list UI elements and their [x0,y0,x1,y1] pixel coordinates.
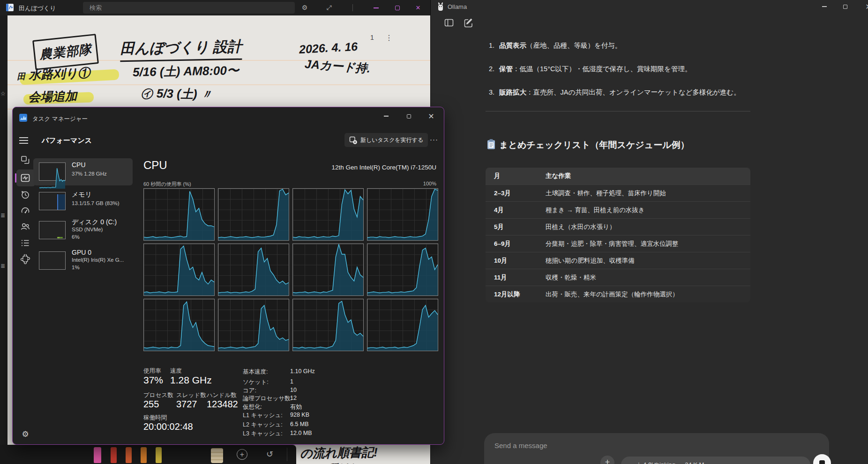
sidebar-processes-icon[interactable] [20,155,30,165]
cpu-chip-name: 12th Gen Intel(R) Core(TM) i7-1250U [331,164,436,171]
note-app-title: 田んぼづくり [19,4,56,13]
metric-disk[interactable]: ディスク 0 (C:) SSD (NVMe) 6% [33,215,133,244]
rail-list-icon[interactable]: ≣ [0,212,5,219]
sidebar-details-icon[interactable] [20,238,30,248]
metric-memory[interactable]: メモリ 13.1/15.7 GB (83%) [33,188,133,214]
core-chart [218,188,289,241]
task-manager-window: タスク マネージャー ✕ パフォーマンス 新しいタスクを実行する ··· [12,107,444,445]
pen-red[interactable] [111,447,117,463]
note-app-icon [6,3,14,12]
model-selector-pill[interactable]: …=i=4.9' thinking … 24 K M… [621,457,810,464]
ruled-line [7,84,430,85]
run-new-task-button[interactable]: 新しいタスクを実行する [344,133,428,147]
sidebar-toggle-icon[interactable] [444,18,454,28]
send-stop-button[interactable] [813,454,831,464]
core-chart [143,188,215,241]
core-chart [292,299,364,351]
sidebar-services-icon[interactable] [20,254,30,265]
list-item-3: 3.販路拡大：直売所、JAの共同出荷、オンラインマーケットなど多様化が進む。 [489,88,741,97]
schedule-table: 月 主な作業 2–3月土壌調査・耕作、種子処理、苗床作り開始 4月種まき → 育… [486,168,750,302]
sidebar-users-icon[interactable] [20,221,30,232]
handwriting-bottom: の流れ順書記! [300,444,378,462]
core-chart [218,299,289,351]
table-row: 5月田植え（水田の水張り） [486,218,750,235]
stop-icon [819,460,825,464]
handwriting-bottom-2: （2種は） [309,460,361,464]
pen-pink[interactable] [94,447,101,463]
note-left-rail: ☆ ≣ ≣ [0,15,7,464]
message-input[interactable]: Send a message + …=i=4.9' thinking … 24 … [484,433,829,464]
tm-close-button[interactable]: ✕ [420,108,442,124]
sidebar-app-history-icon[interactable] [20,190,30,200]
new-chat-icon[interactable] [464,18,474,28]
ollama-window: Ollama ✕ 1.品質表示（産地、品種、等級）を付与。 2.保管：低温（15… [430,0,868,464]
metric-cpu[interactable]: CPU 37% 1.28 GHz [33,158,133,185]
cpu-heading: CPU [143,159,167,172]
handwriting-date: 2026. 4. 16 [299,40,358,57]
note-maximize-button[interactable] [387,0,408,15]
core-chart [367,243,438,296]
ollama-close-button[interactable]: ✕ [858,0,868,13]
task-manager-icon [19,114,27,122]
ollama-llama-icon [437,2,444,11]
ollama-maximize-button[interactable] [835,0,855,13]
chart-axis-label: 60 秒間の使用率 (%) [143,181,191,188]
favorite-star-icon[interactable]: ☆ [0,90,6,97]
ollama-minimize-button[interactable] [814,0,835,13]
sidebar-performance-icon[interactable] [20,173,30,183]
tm-minimize-button[interactable] [375,108,397,124]
note-close-button[interactable]: ✕ [407,0,429,15]
add-page-button[interactable]: + [237,449,247,460]
sidebar-accent-bar [15,173,16,183]
core-chart [292,188,364,241]
pen-yellow[interactable] [156,447,162,463]
cpu-stats-right: 基本速度:1.10 GHz ソケット:1 コア:10 論理プロセッサ数:12 仮… [243,368,346,443]
tm-more-button[interactable]: ··· [427,133,441,147]
page-number: 1 [370,34,374,41]
gpu-mini-graph [39,251,66,270]
checklist-heading: まとめチェックリスト（年間スケジュール例） [499,139,689,151]
hamburger-menu-icon[interactable] [19,137,28,144]
page-more-icon[interactable]: ⋮ [385,33,393,42]
core-chart [143,243,215,296]
sidebar-startup-apps-icon[interactable] [20,206,30,216]
disk-mini-graph [39,221,66,239]
table-row: 11月収穫・乾燥・精米 [486,269,750,286]
table-row: 10月穂揃い期の肥料追加、収穫準備 [486,252,750,269]
memory-mini-graph [39,192,66,210]
note-settings-gear-icon[interactable]: ⚙ [295,0,314,15]
note-minimize-button[interactable] [365,0,387,15]
metric-gpu[interactable]: GPU 0 Intel(R) Iris(R) Xe G... 1% [33,246,133,275]
tm-maximize-button[interactable] [398,108,419,124]
rail-list-icon-2[interactable]: ≣ [0,263,5,269]
performance-page-title: パフォーマンス [42,136,92,145]
handwriting-task1: 田 水路刈り① [16,65,90,83]
undo-icon[interactable]: ↺ [266,449,273,459]
pen-tray: + ↺ [0,445,296,464]
pen-orange[interactable] [126,447,132,463]
cpu-core-charts [143,188,438,351]
ollama-title: Ollama [448,3,467,10]
tray-divider [287,448,287,461]
table-row: 12月以降出荷・販売、来年の計画策定（輪作作物選択） [486,286,750,302]
task-manager-title: タスク マネージャー [32,115,88,123]
clipboard-icon [486,139,496,150]
attach-plus-button[interactable]: + [600,456,614,464]
sidebar-settings-gear-icon[interactable]: ⚙ [20,429,30,440]
core-chart [143,299,215,351]
cpu-mini-graph [39,162,66,181]
note-fullscreen-icon[interactable]: ⤢ [320,0,338,15]
titlebar-divider [352,4,353,11]
tape-roll[interactable] [211,448,223,463]
core-chart [218,243,289,296]
table-row: 6–9月分蘖期・追肥・除草・病害管理、適宜水位調整 [486,235,750,252]
table-row: 2–3月土壌調査・耕作、種子処理、苗床作り開始 [486,184,750,201]
handwriting-note1: JAカード持. [304,56,371,76]
ollama-titlebar: Ollama ✕ [431,0,868,13]
pen-amber[interactable] [141,447,147,463]
list-item-2: 2.保管：低温（15°C以下）・低湿度で保存し、賞味期限を管理。 [489,65,691,74]
core-chart [292,243,364,296]
desktop: 田んぼづくり 検索 ⚙ ⤢ ✕ ☆ ≣ ≣ 農業部隊 田んぼづくり 設計 202… [0,0,868,464]
note-titlebar: 田んぼづくり 検索 ⚙ ⤢ ✕ [0,0,430,15]
note-search-input[interactable]: 検索 [83,2,295,14]
